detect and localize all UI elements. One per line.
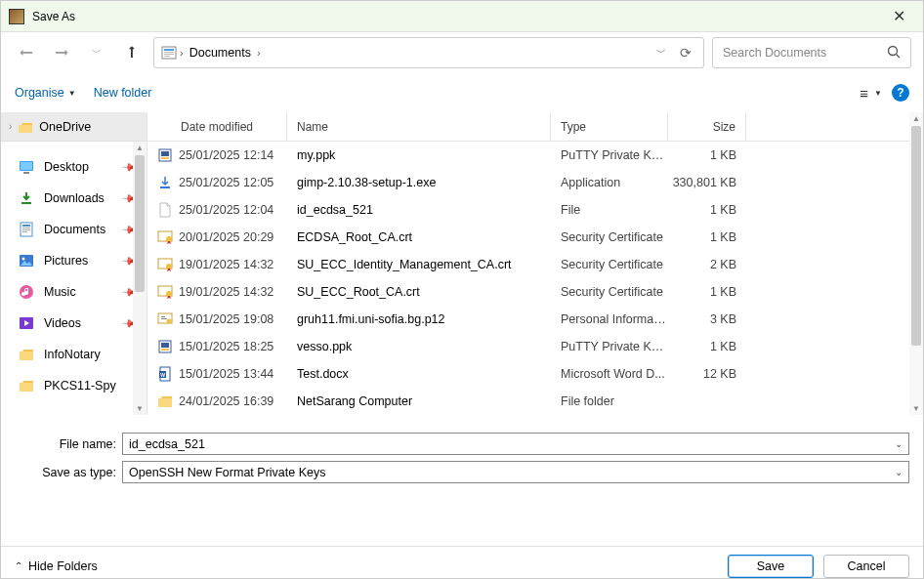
file-row[interactable]: 19/01/2025 14:32SU_ECC_Identity_Manageme…: [147, 251, 923, 278]
cancel-button[interactable]: Cancel: [823, 555, 909, 578]
file-row[interactable]: 15/01/2025 19:08gruh11.fmi.uni-sofia.bg.…: [147, 306, 923, 333]
file-name: ECDSA_Root_CA.crt: [287, 230, 551, 244]
file-row[interactable]: 25/01/2025 12:05gimp-2.10.38-setup-1.exe…: [147, 169, 923, 196]
sidebar-scrollbar[interactable]: ▲ ▼: [133, 142, 147, 415]
file-name: vesso.ppk: [287, 340, 551, 353]
sidebar-item-desktop[interactable]: Desktop📌: [1, 151, 147, 183]
history-dropdown[interactable]: ﹀: [83, 39, 110, 66]
file-name: id_ecdsa_521: [287, 203, 551, 217]
save-button[interactable]: Save: [728, 555, 814, 578]
back-button[interactable]: 🠔: [13, 39, 40, 66]
filename-input[interactable]: id_ecdsa_521 ⌄: [122, 433, 909, 455]
ppk-icon: [157, 147, 173, 163]
sidebar-item-pictures[interactable]: Pictures📌: [1, 245, 147, 276]
sidebar-item-label: InfoNotary: [44, 348, 101, 361]
close-button[interactable]: ✕: [883, 3, 915, 29]
sidebar-item-videos[interactable]: Videos📌: [1, 308, 147, 339]
sidebar-item-infonotary[interactable]: InfoNotary: [1, 339, 147, 370]
cert-icon: [157, 229, 173, 245]
file-size: 1 KB: [668, 148, 746, 162]
sidebar-item-pkcs11-spy[interactable]: PKCS11-Spy: [1, 370, 147, 401]
address-dropdown[interactable]: ﹀: [649, 46, 674, 60]
save-form: File name: id_ecdsa_521 ⌄ Save as type: …: [1, 415, 923, 493]
file-row[interactable]: 25/01/2025 12:14my.ppkPuTTY Private Key.…: [147, 142, 923, 169]
svg-rect-22: [161, 157, 169, 159]
svg-rect-23: [160, 186, 170, 188]
file-row[interactable]: 24/01/2025 16:39NetSarang ComputerFile f…: [147, 388, 923, 415]
svg-rect-14: [22, 229, 30, 230]
search-placeholder: Search Documents: [723, 46, 887, 60]
documents-icon: [19, 222, 34, 237]
file-date: 15/01/2025 19:08: [179, 312, 273, 326]
filelist-scroll-thumb[interactable]: [911, 126, 921, 346]
cert-icon: [157, 257, 173, 272]
forward-button[interactable]: 🠖: [48, 39, 75, 66]
scroll-down-icon: ▼: [133, 404, 147, 413]
new-folder-button[interactable]: New folder: [94, 86, 152, 100]
filename-label: File name:: [15, 437, 116, 451]
file-row[interactable]: 25/01/2025 12:04id_ecdsa_521File1 KB: [147, 196, 923, 224]
view-button[interactable]: ≡ ▼: [860, 85, 882, 102]
savetype-select[interactable]: OpenSSH New Format Private Keys ⌄: [122, 461, 909, 483]
svg-rect-3: [164, 54, 174, 55]
svg-rect-12: [22, 225, 30, 227]
column-date[interactable]: Date modified: [147, 112, 287, 141]
scroll-down-icon: ▼: [909, 404, 923, 413]
svg-rect-34: [161, 349, 169, 351]
docx-icon: W: [157, 366, 173, 382]
file-type: File folder: [551, 394, 668, 408]
blank-icon: [157, 202, 173, 218]
breadcrumb-documents[interactable]: Documents: [186, 46, 255, 60]
file-size: 1 KB: [668, 230, 746, 244]
file-name: gruh11.fmi.uni-sofia.bg.p12: [287, 312, 551, 326]
desktop-icon: [19, 159, 34, 175]
file-date: 15/01/2025 18:25: [179, 340, 273, 353]
svg-rect-13: [22, 227, 30, 228]
window-title: Save As: [32, 10, 883, 23]
address-bar[interactable]: › Documents › ﹀ ⟳: [153, 37, 704, 68]
search-box[interactable]: Search Documents: [712, 37, 911, 68]
column-size[interactable]: Size: [668, 112, 746, 141]
svg-rect-15: [22, 231, 27, 232]
scroll-up-icon: ▲: [909, 114, 923, 123]
file-type: PuTTY Private Key...: [551, 148, 668, 162]
file-row[interactable]: 19/01/2025 14:32SU_ECC_Root_CA.crtSecuri…: [147, 278, 923, 306]
sidebar-item-onedrive[interactable]: › OneDrive: [1, 112, 147, 142]
nav-bar: 🠔 🠖 ﹀ 🠕 › Documents › ﹀ ⟳ Search Documen…: [1, 32, 923, 73]
file-row[interactable]: W15/01/2025 13:44Test.docxMicrosoft Word…: [147, 360, 923, 388]
column-name[interactable]: Name: [287, 112, 551, 141]
svg-rect-33: [161, 343, 169, 348]
svg-text:W: W: [160, 372, 165, 378]
sidebar-item-documents[interactable]: Documents📌: [1, 214, 147, 245]
file-size: 1 KB: [668, 203, 746, 217]
sidebar-item-downloads[interactable]: Downloads📌: [1, 183, 147, 214]
file-type: Microsoft Word D...: [551, 367, 668, 381]
file-name: gimp-2.10.38-setup-1.exe: [287, 176, 551, 189]
breadcrumb-separator: ›: [255, 47, 263, 59]
sidebar-item-label: Downloads: [44, 191, 105, 205]
sidebar-onedrive-label: OneDrive: [39, 120, 91, 134]
sidebar-scroll-thumb[interactable]: [135, 155, 145, 292]
filelist-scrollbar[interactable]: ▲ ▼: [909, 112, 923, 415]
refresh-button[interactable]: ⟳: [674, 45, 697, 61]
cert-icon: [157, 284, 173, 300]
scroll-up-icon: ▲: [133, 144, 147, 152]
column-type[interactable]: Type: [551, 112, 668, 141]
filename-value: id_ecdsa_521: [129, 437, 895, 451]
file-date: 25/01/2025 12:04: [179, 203, 273, 217]
sidebar-item-label: Documents: [44, 223, 105, 236]
sidebar-item-music[interactable]: Music📌: [1, 276, 147, 308]
up-button[interactable]: 🠕: [118, 39, 146, 66]
sidebar-item-label: Music: [44, 285, 76, 299]
sidebar-item-label: Desktop: [44, 160, 89, 174]
svg-point-17: [22, 258, 25, 261]
file-type: Personal Informati...: [551, 312, 668, 326]
hide-folders-button[interactable]: ⌃ Hide Folders: [15, 559, 98, 573]
file-date: 19/01/2025 14:32: [179, 285, 273, 299]
file-row[interactable]: 20/01/2025 20:29ECDSA_Root_CA.crtSecurit…: [147, 224, 923, 251]
file-row[interactable]: 15/01/2025 18:25vesso.ppkPuTTY Private K…: [147, 333, 923, 360]
help-button[interactable]: ?: [892, 84, 909, 102]
organise-button[interactable]: Organise ▼: [15, 86, 76, 100]
file-size: 2 KB: [668, 258, 746, 271]
file-size: 1 KB: [668, 340, 746, 353]
